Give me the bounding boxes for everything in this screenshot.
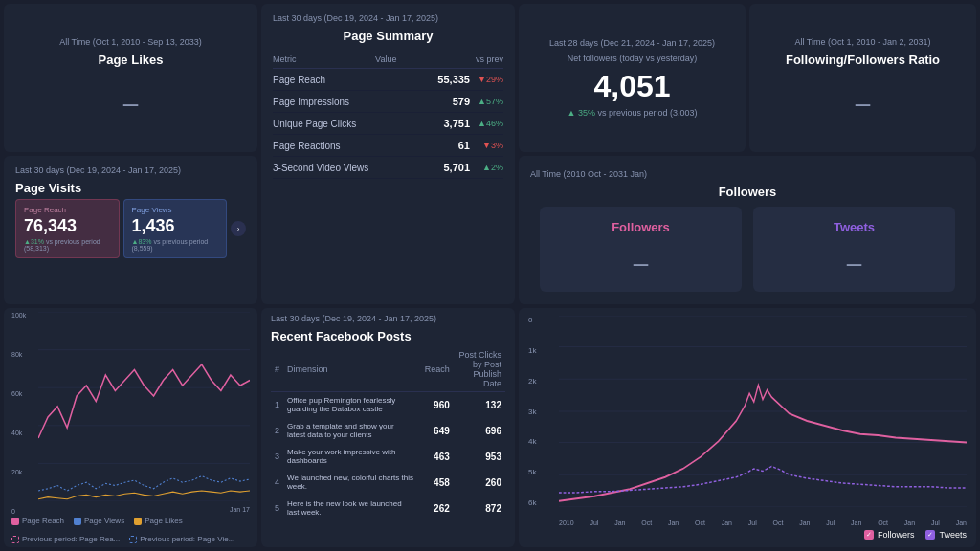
visits-y-axis: 020k40k60k80k100k xyxy=(11,312,36,515)
page-views-value: 1,436 xyxy=(132,216,219,236)
table-row: 2 Grab a template and show your latest d… xyxy=(271,418,505,444)
post-clicks: 132 xyxy=(454,392,505,418)
page-likes-value: – xyxy=(123,88,139,119)
legend-tweets: ✓ Tweets xyxy=(925,530,967,540)
page-summary-header: Metric Value vs prev xyxy=(273,51,503,69)
post-idx: 4 xyxy=(271,470,283,496)
followers-card-value: – xyxy=(549,248,732,278)
post-idx: 2 xyxy=(271,418,283,444)
tweets-legend-check: ✓ xyxy=(925,530,935,540)
post-clicks: 872 xyxy=(454,496,505,521)
post-reach: 262 xyxy=(418,496,454,521)
metric-change: 2% xyxy=(470,163,503,172)
visits-next-button[interactable]: › xyxy=(231,221,246,236)
page-reach-value: 76,343 xyxy=(24,216,111,236)
post-title: We launched new, colorful charts this we… xyxy=(283,470,418,496)
net-followers-sub: ▲ 35% vs previous period (3,003) xyxy=(567,108,697,118)
page-summary-panel: Last 30 days (Dec 19, 2024 - Jan 17, 202… xyxy=(261,4,515,304)
net-followers-change: ▲ 35% xyxy=(567,108,594,118)
metric-value: 579 xyxy=(417,96,470,107)
page-views-block: Page Views 1,436 ▲83% vs previous period… xyxy=(123,199,228,258)
followers-card-label: Followers xyxy=(549,220,732,234)
visits-chart-legend: Page Reach Page Views Page Likes Previou… xyxy=(11,517,250,547)
post-reach: 960 xyxy=(418,392,454,418)
followers-cards: Followers – Tweets – xyxy=(530,207,965,292)
ratio-period: All Time (Oct 1, 2010 - Jan 2, 2031) xyxy=(794,37,930,47)
post-title: Office pup Remington fearlessly guarding… xyxy=(283,392,418,418)
metric-change: 46% xyxy=(470,119,503,128)
followers-widget-panel: All Time (2010 Oct - 2031 Jan) Followers… xyxy=(519,156,976,304)
post-title: Grab a template and show your latest dat… xyxy=(283,418,418,444)
metric-name: Unique Page Clicks xyxy=(273,119,417,129)
col-value: Value xyxy=(375,55,396,64)
post-reach: 649 xyxy=(418,418,454,444)
page-summary-title: Page Summary xyxy=(273,29,503,43)
ratio-panel: All Time (Oct 1, 2010 - Jan 2, 2031) Fol… xyxy=(749,4,976,152)
followers-chart-panel: 6k5k4k3k2k1k0 xyxy=(519,308,976,547)
legend-followers-label: Followers xyxy=(878,530,915,540)
page-likes-panel: All Time (Oct 1, 2010 - Sep 13, 2033) Pa… xyxy=(4,4,257,152)
visits-metrics-row: Page Reach 76,343 ▲31% vs previous perio… xyxy=(15,199,246,258)
visits-chart-panel: 020k40k60k80k100k xyxy=(4,308,257,547)
net-followers-panel: Last 28 days (Dec 21, 2024 - Jan 17, 202… xyxy=(519,4,746,152)
col-clicks-header: Post Clicks by Post Publish Date xyxy=(454,347,505,392)
net-followers-period: Last 28 days (Dec 21, 2024 - Jan 17, 202… xyxy=(549,38,715,48)
tweets-card-value: – xyxy=(763,248,946,278)
table-row: 5 Here is the new look we launched last … xyxy=(271,496,505,521)
tweets-card: Tweets – xyxy=(753,207,955,292)
metric-value: 55,335 xyxy=(417,74,470,85)
post-title: Here is the new look we launched last we… xyxy=(283,496,418,521)
post-title: Make your work impressive with dashboard… xyxy=(283,444,418,470)
followers-y-axis: 6k5k4k3k2k1k0 xyxy=(528,316,555,507)
recent-posts-period: Last 30 days (Dec 19, 2024 - Jan 17, 202… xyxy=(271,314,505,323)
followers-x-axis: 2010JulJanOctJanOctJanJulOctJanJulJanOct… xyxy=(559,507,967,526)
table-row: Page Impressions 579 57% xyxy=(273,91,503,113)
net-followers-title: Net followers (today vs yesterday) xyxy=(568,54,698,63)
table-row: 3-Second Video Views 5,701 2% xyxy=(273,157,503,179)
page-likes-title: Page Likes xyxy=(99,53,164,67)
followers-card: Followers – xyxy=(540,207,742,292)
page-views-label: Page Views xyxy=(132,206,219,214)
visits-chart-area: Jan 17 xyxy=(38,312,250,501)
post-idx: 3 xyxy=(271,444,283,470)
page-views-sub: ▲83% vs previous period (8,559) xyxy=(132,238,219,252)
post-clicks: 953 xyxy=(454,444,505,470)
page-summary-period: Last 30 days (Dec 19, 2024 - Jan 17, 202… xyxy=(273,13,503,23)
page-visits-title: Page Visits xyxy=(15,181,246,195)
post-clicks: 260 xyxy=(454,470,505,496)
table-row: 4 We launched new, colorful charts this … xyxy=(271,470,505,496)
col-num-header: # xyxy=(271,347,283,392)
table-row: 1 Office pup Remington fearlessly guardi… xyxy=(271,392,505,418)
post-idx: 1 xyxy=(271,392,283,418)
followers-legend-check: ✓ xyxy=(864,530,874,540)
col-reach-header: Reach xyxy=(418,347,454,392)
col-vsprev: vs prev xyxy=(476,55,503,64)
ratio-title: Following/Followers Ratio xyxy=(786,53,940,67)
page-summary-rows: Page Reach 55,335 29% Page Impressions 5… xyxy=(273,69,503,179)
page-reach-label: Page Reach xyxy=(24,206,111,214)
followers-chart-plot xyxy=(559,316,967,507)
metric-change: 57% xyxy=(470,97,503,106)
table-row: Unique Page Clicks 3,751 46% xyxy=(273,113,503,135)
followers-widget-title: Followers xyxy=(530,185,965,199)
page-reach-sub: ▲31% vs previous period (58,313) xyxy=(24,238,111,252)
col-metric: Metric xyxy=(273,55,297,64)
ratio-value: – xyxy=(856,88,871,119)
followers-chart-area: 6k5k4k3k2k1k0 xyxy=(528,316,967,540)
followers-chart-main: 6k5k4k3k2k1k0 xyxy=(528,316,967,526)
posts-table: # Dimension Reach Post Clicks by Post Pu… xyxy=(271,347,505,521)
net-followers-value: 4,051 xyxy=(593,69,670,104)
recent-posts-panel: Last 30 days (Dec 19, 2024 - Jan 17, 202… xyxy=(261,308,515,547)
metric-name: Page Reactions xyxy=(273,141,417,151)
table-row: Page Reactions 61 3% xyxy=(273,135,503,157)
post-reach: 458 xyxy=(418,470,454,496)
page-reach-block: Page Reach 76,343 ▲31% vs previous perio… xyxy=(15,199,120,258)
metric-change: 29% xyxy=(470,75,503,84)
post-reach: 463 xyxy=(418,444,454,470)
page-likes-period: All Time (Oct 1, 2010 - Sep 13, 2033) xyxy=(59,37,202,47)
page-visits-period: Last 30 days (Dec 19, 2024 - Jan 17, 202… xyxy=(15,165,246,175)
col-dim-header: Dimension xyxy=(283,347,418,392)
followers-chart-legend: ✓ Followers ✓ Tweets xyxy=(528,530,967,540)
metric-name: 3-Second Video Views xyxy=(273,163,417,173)
metric-value: 61 xyxy=(417,140,470,151)
